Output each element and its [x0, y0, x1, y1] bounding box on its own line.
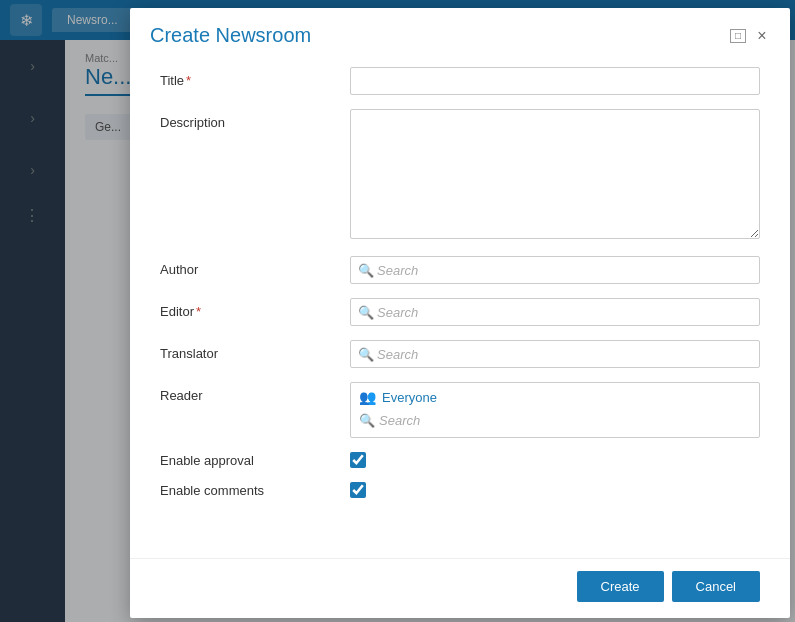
author-row: Author 🔍: [160, 256, 760, 284]
dialog-window-controls: □ ×: [730, 28, 770, 44]
description-row: Description: [160, 109, 760, 242]
dialog-footer: Create Cancel: [130, 558, 790, 618]
reader-control: 👥 Everyone 🔍: [350, 382, 760, 438]
editor-row: Editor* 🔍: [160, 298, 760, 326]
reader-box: 👥 Everyone 🔍: [350, 382, 760, 438]
translator-label: Translator: [160, 340, 350, 361]
author-search-icon: 🔍: [358, 263, 374, 278]
author-search-wrapper: 🔍: [350, 256, 760, 284]
enable-comments-row: Enable comments: [160, 482, 760, 498]
reader-search-icon: 🔍: [359, 413, 375, 428]
editor-required: *: [196, 304, 201, 319]
title-required: *: [186, 73, 191, 88]
title-control: [350, 67, 760, 95]
reader-label: Reader: [160, 382, 350, 403]
dialog-titlebar: Create Newsroom □ ×: [130, 8, 790, 57]
everyone-group-icon: 👥: [359, 389, 376, 405]
editor-search-input[interactable]: [350, 298, 760, 326]
enable-comments-label: Enable comments: [160, 483, 350, 498]
title-input[interactable]: [350, 67, 760, 95]
translator-search-icon: 🔍: [358, 347, 374, 362]
editor-search-icon: 🔍: [358, 305, 374, 320]
author-control: 🔍: [350, 256, 760, 284]
dialog-maximize-button[interactable]: □: [730, 29, 746, 43]
author-search-input[interactable]: [350, 256, 760, 284]
dialog-body: Title* Description Author 🔍: [130, 57, 790, 558]
reader-search-wrapper: 🔍: [359, 409, 751, 431]
enable-comments-checkbox[interactable]: [350, 482, 366, 498]
reader-everyone-row: 👥 Everyone: [359, 389, 751, 405]
editor-search-wrapper: 🔍: [350, 298, 760, 326]
title-label: Title*: [160, 67, 350, 88]
reader-row: Reader 👥 Everyone 🔍: [160, 382, 760, 438]
enable-approval-checkbox[interactable]: [350, 452, 366, 468]
enable-approval-row: Enable approval: [160, 452, 760, 468]
translator-control: 🔍: [350, 340, 760, 368]
author-label: Author: [160, 256, 350, 277]
cancel-button[interactable]: Cancel: [672, 571, 760, 602]
everyone-text: Everyone: [382, 390, 437, 405]
translator-search-wrapper: 🔍: [350, 340, 760, 368]
title-row: Title*: [160, 67, 760, 95]
dialog-close-button[interactable]: ×: [754, 28, 770, 44]
editor-label: Editor*: [160, 298, 350, 319]
dialog-title: Create Newsroom: [150, 24, 311, 47]
description-label: Description: [160, 109, 350, 130]
translator-search-input[interactable]: [350, 340, 760, 368]
translator-row: Translator 🔍: [160, 340, 760, 368]
create-newsroom-dialog: Create Newsroom □ × Title* Description A…: [130, 8, 790, 618]
editor-control: 🔍: [350, 298, 760, 326]
reader-search-input[interactable]: [359, 409, 751, 431]
description-control: [350, 109, 760, 242]
enable-approval-label: Enable approval: [160, 453, 350, 468]
create-button[interactable]: Create: [577, 571, 664, 602]
description-input[interactable]: [350, 109, 760, 239]
